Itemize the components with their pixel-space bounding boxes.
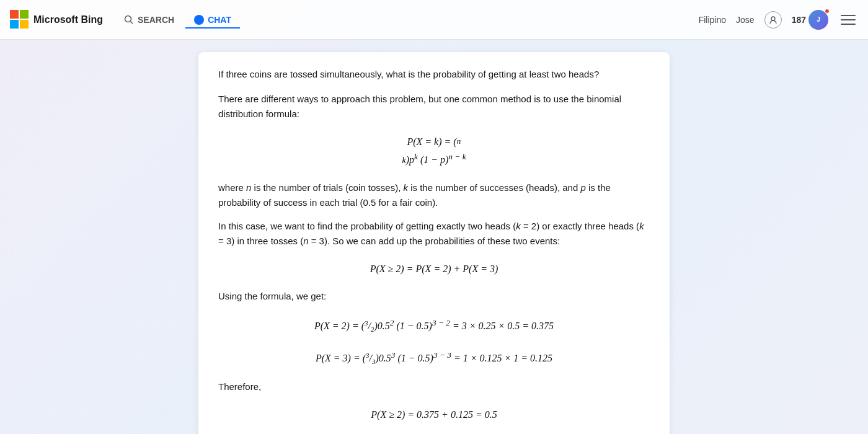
therefore-text: Therefore, [218, 379, 650, 394]
search-label: SEARCH [138, 15, 174, 25]
formula-final-block: P(X ≥ 2) = 0.375 + 0.125 = 0.5 [218, 407, 650, 423]
svg-rect-1 [20, 10, 29, 19]
chat-dot-icon [194, 15, 204, 25]
formula-k3-block: P(X = 3) = (3/3)0.53 (1 − 0.5)3 − 3 = 1 … [218, 348, 650, 367]
using-text: Using the formula, we get: [218, 289, 650, 304]
formula-final: P(X ≥ 2) = 0.375 + 0.125 = 0.5 [371, 409, 497, 420]
nav-search[interactable]: SEARCH [115, 11, 183, 29]
notification-dot [825, 9, 830, 14]
formula-k2-block: P(X = 2) = (3/2)0.52 (1 − 0.5)3 − 2 = 3 … [218, 316, 650, 335]
svg-rect-0 [10, 10, 19, 19]
svg-rect-2 [10, 20, 19, 29]
search-icon [124, 15, 134, 25]
formula-k2: P(X = 2) = (3/2)0.52 (1 − 0.5)3 − 2 = 3 … [314, 321, 554, 331]
svg-point-6 [771, 17, 775, 20]
case-text: In this case, we want to find the probab… [218, 219, 650, 249]
explanation-text: where n is the number of trials (coin to… [218, 180, 650, 210]
nav-chat[interactable]: CHAT [185, 11, 240, 29]
points-badge: 187 J [792, 10, 828, 30]
question-text: If three coins are tossed simultaneously… [218, 67, 650, 82]
formula-k3: P(X = 3) = (3/3)0.53 (1 − 0.5)3 − 3 = 1 … [316, 353, 552, 363]
chat-response-container: If three coins are tossed simultaneously… [198, 52, 670, 434]
bing-logo-icon [10, 10, 30, 30]
formula-sum: P(X ≥ 2) = P(X = 2) + P(X = 3) [370, 264, 498, 274]
header-nav: SEARCH CHAT [115, 11, 699, 29]
formula-main-block: P(X = k) = (nnk)pk (1 − p)n − k [218, 134, 650, 168]
hamburger-line-1 [841, 15, 856, 16]
hamburger-menu-button[interactable] [838, 10, 858, 30]
formula-sum-block: P(X ≥ 2) = P(X = 2) + P(X = 3) [218, 261, 650, 277]
chat-label: CHAT [208, 15, 231, 25]
language-label[interactable]: Filipino [699, 15, 726, 25]
header-right: Filipino Jose 187 J [699, 10, 858, 30]
logo-text: Microsoft Bing [33, 14, 103, 25]
svg-line-5 [131, 21, 133, 24]
header: Microsoft Bing SEARCH CHAT Filipino Jose… [0, 0, 868, 40]
user-profile-icon[interactable] [764, 11, 782, 29]
user-name-label: Jose [736, 15, 755, 25]
formula-main: P(X = k) = (nnk)pk (1 − p)n − k [402, 136, 466, 165]
points-value: 187 [792, 15, 806, 25]
main-content: If three coins are tossed simultaneously… [0, 40, 868, 434]
intro-text: There are different ways to approach thi… [218, 92, 650, 122]
hamburger-line-2 [841, 19, 856, 20]
logo-area[interactable]: Microsoft Bing [10, 10, 103, 30]
svg-rect-3 [20, 20, 29, 29]
person-icon [769, 16, 777, 24]
hamburger-line-3 [841, 24, 856, 25]
svg-point-4 [125, 16, 131, 22]
points-avatar[interactable]: J [808, 10, 828, 30]
